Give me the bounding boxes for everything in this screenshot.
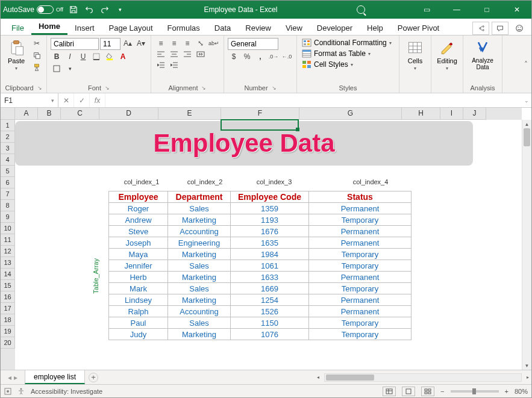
table-cell[interactable]: Marketing [168, 214, 231, 226]
row-header-16[interactable]: 16 [1, 291, 15, 303]
accessibility-icon[interactable] [17, 388, 25, 395]
table-cell[interactable]: Sales [168, 317, 231, 329]
table-row[interactable]: AndrewMarketing1193Temporary [109, 214, 412, 226]
decrease-decimal-icon[interactable]: ←.0 [281, 51, 293, 62]
tab-data[interactable]: Data [207, 21, 238, 35]
col-header-B[interactable]: B [38, 108, 61, 120]
scroll-up-icon[interactable]: ▲ [522, 120, 531, 128]
table-cell[interactable]: 1984 [231, 249, 309, 260]
table-cell[interactable]: Accounting [168, 306, 231, 317]
comments-icon[interactable] [492, 22, 509, 35]
scroll-down-icon[interactable]: ▼ [522, 361, 531, 370]
table-cell[interactable]: Ralph [109, 306, 168, 317]
table-cell[interactable]: Marketing [168, 249, 231, 260]
row-header-2[interactable]: 2 [1, 131, 15, 143]
align-middle-icon[interactable]: ≡ [168, 38, 180, 49]
select-all-corner[interactable] [1, 108, 15, 120]
table-cell[interactable]: 1669 [231, 283, 309, 294]
autosave-toggle[interactable]: AutoSave Off [3, 5, 63, 14]
row-header-13[interactable]: 13 [1, 257, 15, 269]
accessibility-status[interactable]: Accessibility: Investigate [31, 388, 102, 395]
table-cell[interactable]: 1150 [231, 317, 309, 329]
col-header-I[interactable]: I [440, 108, 463, 120]
table-cell[interactable]: Temporary [309, 260, 412, 272]
fx-icon[interactable]: fx [90, 93, 105, 107]
row-header-8[interactable]: 8 [1, 200, 15, 211]
tab-developer[interactable]: Developer [310, 21, 360, 35]
editing-button[interactable]: Editing ▾ [435, 38, 459, 76]
percent-icon[interactable]: % [241, 51, 253, 62]
normal-view-icon[interactable] [383, 387, 396, 396]
undo-icon[interactable] [84, 4, 95, 15]
col-header-H[interactable]: H [402, 108, 440, 120]
font-name-input[interactable] [51, 38, 99, 50]
underline-button[interactable]: U [77, 51, 89, 62]
enter-formula-icon[interactable]: ✓ [74, 93, 90, 107]
table-cell[interactable]: Engineering [168, 237, 231, 249]
table-cell[interactable]: Roger [109, 203, 168, 214]
table-row[interactable]: JenniferSales1061Temporary [109, 260, 412, 272]
table-row[interactable]: HerbMarketing1633Permanent [109, 272, 412, 283]
conditional-formatting-button[interactable]: Conditional Formatting▾ [301, 38, 393, 48]
launcher-icon[interactable]: ↘ [105, 85, 110, 91]
smiley-icon[interactable] [511, 22, 528, 35]
tab-insert[interactable]: Insert [67, 21, 102, 35]
column-headers[interactable]: ABCDEFGHIJ [15, 108, 522, 120]
zoom-slider[interactable] [451, 390, 499, 393]
table-row[interactable]: MayaMarketing1984Temporary [109, 249, 412, 260]
vertical-scrollbar[interactable]: ▲ ▼ [522, 120, 531, 370]
table-cell[interactable]: Lindsey [109, 294, 168, 306]
macro-record-icon[interactable] [4, 388, 11, 395]
table-row[interactable]: JudyMarketing1076Temporary [109, 329, 412, 340]
paste-button[interactable]: Paste ▾ [4, 38, 28, 76]
launcher-icon[interactable]: ↘ [272, 85, 277, 91]
format-painter-icon[interactable] [31, 62, 43, 73]
row-header-18[interactable]: 18 [1, 314, 15, 326]
table-cell[interactable]: Sales [168, 260, 231, 272]
ribbon-display-icon[interactable]: ▭ [415, 1, 439, 18]
scrollbar-thumb[interactable] [326, 375, 374, 381]
formula-input[interactable] [105, 93, 522, 107]
table-cell[interactable]: Paul [109, 317, 168, 329]
tab-help[interactable]: Help [360, 21, 390, 35]
table-cell[interactable]: Permanent [309, 294, 412, 306]
save-icon[interactable] [68, 4, 79, 15]
col-header-E[interactable]: E [158, 108, 221, 120]
table-cell[interactable]: Andrew [109, 214, 168, 226]
search-icon[interactable] [355, 4, 366, 15]
table-cell[interactable]: Joseph [109, 237, 168, 249]
expand-formula-bar-icon[interactable]: ⌄ [522, 93, 531, 107]
fill-color-icon[interactable] [104, 51, 116, 62]
table-cell[interactable]: Mark [109, 283, 168, 294]
row-header-11[interactable]: 11 [1, 234, 15, 246]
orientation-icon[interactable]: ⤡ [195, 38, 207, 49]
align-right-icon[interactable] [181, 49, 193, 60]
table-cell[interactable]: 1254 [231, 294, 309, 306]
table-cell[interactable]: Permanent [309, 226, 412, 237]
merge-icon[interactable] [195, 49, 207, 60]
page-break-view-icon[interactable] [421, 387, 434, 396]
table-cell[interactable]: Steve [109, 226, 168, 237]
decrease-font-icon[interactable]: A▾ [135, 38, 147, 49]
row-header-1[interactable]: 1 [1, 120, 15, 131]
qat-dropdown-icon[interactable]: ▾ [115, 4, 126, 15]
close-button[interactable]: ✕ [505, 1, 529, 18]
table-cell[interactable]: Temporary [309, 317, 412, 329]
col-header-C[interactable]: C [61, 108, 99, 120]
tab-home[interactable]: Home [31, 19, 67, 35]
table-cell[interactable]: Permanent [309, 272, 412, 283]
borders-dropdown-icon[interactable] [51, 63, 63, 74]
table-cell[interactable]: 1076 [231, 329, 309, 340]
cell-styles-button[interactable]: Cell Styles▾ [301, 60, 393, 69]
row-header-6[interactable]: 6 [1, 177, 15, 188]
bold-button[interactable]: B [51, 51, 63, 62]
table-row[interactable]: RogerSales1359Permanent [109, 203, 412, 214]
tab-power-pivot[interactable]: Power Pivot [390, 21, 446, 35]
page-layout-view-icon[interactable] [402, 387, 415, 396]
font-color-icon[interactable]: A [117, 51, 129, 62]
table-cell[interactable]: 1676 [231, 226, 309, 237]
comma-icon[interactable]: , [254, 51, 266, 62]
row-header-17[interactable]: 17 [1, 303, 15, 314]
number-format-select[interactable] [228, 38, 278, 50]
row-header-20[interactable]: 20 [1, 337, 15, 349]
